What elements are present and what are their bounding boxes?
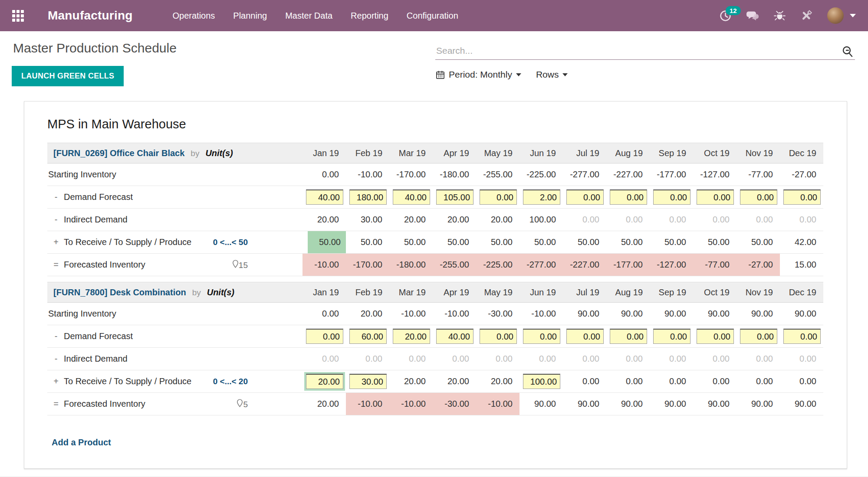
to-receive-cell-green: 50.00 [302, 231, 346, 253]
month-header-cell: Apr 19 [433, 143, 476, 163]
mps-row-forecasted-inventory: =Forecasted Inventory520.00-10.00-10.00-… [47, 393, 823, 415]
demand-forecast-input[interactable] [740, 329, 777, 344]
forecasted-inventory-cell: -10.00 [389, 393, 433, 415]
starting-inventory-cell: -225.00 [519, 163, 563, 186]
month-header-cell: Feb 19 [346, 143, 389, 163]
demand-forecast-input[interactable] [610, 329, 647, 344]
demand-forecast-input[interactable] [783, 329, 821, 344]
mps-table: [FURN_0269] Office Chair BlackbyUnit(s)J… [47, 143, 823, 415]
demand-forecast-input[interactable] [436, 329, 473, 344]
mps-row-indirect-demand: -Indirect Demand20.0030.0020.0020.0020.0… [47, 209, 823, 231]
demand-forecast-input[interactable] [393, 189, 430, 205]
row-meta: 0 <...< 50 [213, 238, 248, 247]
row-prefix-sign: - [52, 215, 60, 225]
demand-forecast-cell [736, 186, 780, 208]
nav-item-master-data[interactable]: Master Data [285, 11, 332, 21]
replenish-constraint[interactable]: 0 <...< 50 [213, 238, 248, 247]
indirect-demand-cell: 100.00 [519, 209, 563, 231]
starting-inventory-cell: -10.00 [433, 303, 476, 325]
mps-row-demand-forecast: -Demand Forecast [47, 186, 823, 209]
to-receive-input[interactable] [306, 374, 343, 389]
bug-icon[interactable] [774, 10, 786, 22]
row-prefix-sign: - [52, 192, 60, 202]
nav-item-reporting[interactable]: Reporting [351, 11, 388, 21]
to-receive-input[interactable] [523, 374, 560, 389]
messages-icon[interactable] [746, 10, 759, 22]
forecasted-inventory-cell: -225.00 [476, 254, 519, 276]
forecasted-inventory-cell: -77.00 [693, 254, 736, 276]
search-input[interactable] [435, 42, 855, 59]
month-header-cell: Feb 19 [346, 282, 389, 302]
pin-indicator: 15 [232, 260, 248, 270]
by-label: by [191, 149, 199, 158]
launch-green-cells-button[interactable]: LAUNCH GREEN CELLS [12, 66, 124, 86]
demand-forecast-input[interactable] [523, 329, 560, 344]
demand-forecast-cell [389, 186, 433, 208]
forecasted-inventory-cell: 90.00 [519, 393, 563, 415]
demand-forecast-input[interactable] [783, 189, 821, 205]
demand-forecast-input[interactable] [566, 189, 604, 205]
demand-forecast-cell [563, 325, 606, 347]
indirect-demand-cell: 0.00 [433, 348, 476, 370]
demand-forecast-input[interactable] [480, 189, 517, 205]
calendar-icon [436, 70, 445, 79]
forecasted-inventory-cell: -30.00 [433, 393, 476, 415]
add-product-link[interactable]: Add a Product [52, 438, 111, 448]
user-avatar[interactable] [827, 7, 844, 24]
to-receive-cell: 50.00 [346, 231, 389, 253]
period-dropdown[interactable]: Period: Monthly [436, 69, 521, 80]
month-header-cell: May 19 [476, 143, 519, 163]
row-meta: 5 [237, 399, 248, 409]
rows-dropdown[interactable]: Rows [536, 69, 568, 80]
demand-forecast-input[interactable] [697, 329, 734, 344]
row-label-text: Starting Inventory [48, 309, 116, 319]
to-receive-cell: 50.00 [476, 231, 519, 253]
to-receive-cell: 0.00 [780, 370, 823, 392]
demand-forecast-input[interactable] [480, 329, 517, 344]
month-header-cell: Mar 19 [389, 282, 433, 302]
apps-grid-icon[interactable] [12, 10, 24, 22]
product-link[interactable]: [FURN_7800] Desk Combination [53, 288, 186, 297]
tools-icon[interactable] [800, 10, 812, 22]
month-header-cell: Jul 19 [563, 143, 606, 163]
demand-forecast-input[interactable] [436, 189, 473, 205]
search-icon[interactable] [841, 45, 854, 60]
to-receive-cell: 0.00 [693, 370, 736, 392]
nav-item-operations[interactable]: Operations [172, 11, 215, 21]
demand-forecast-input[interactable] [653, 329, 690, 344]
indirect-demand-cell: 0.00 [606, 348, 650, 370]
demand-forecast-input[interactable] [306, 189, 343, 205]
demand-forecast-input[interactable] [349, 189, 387, 205]
mps-row-label: Starting Inventory [47, 163, 302, 186]
replenish-constraint[interactable]: 0 <...< 20 [213, 377, 248, 386]
mps-row-forecasted-inventory: =Forecasted Inventory15-10.00-170.00-180… [47, 254, 823, 276]
activities-clock-icon[interactable]: 12 [720, 10, 731, 22]
to-receive-input[interactable] [349, 374, 387, 389]
row-prefix-sign: = [52, 399, 60, 409]
demand-forecast-input[interactable] [610, 189, 647, 205]
product-link[interactable]: [FURN_0269] Office Chair Black [53, 148, 184, 158]
forecasted-inventory-cell: -177.00 [606, 254, 650, 276]
user-menu[interactable] [827, 7, 856, 24]
demand-forecast-input[interactable] [653, 189, 690, 205]
demand-forecast-input[interactable] [349, 329, 387, 344]
month-header-cell: Jun 19 [519, 143, 563, 163]
demand-forecast-input[interactable] [393, 329, 430, 344]
row-label-text: Indirect Demand [64, 354, 128, 364]
month-header-cell: Apr 19 [433, 282, 476, 302]
nav-item-planning[interactable]: Planning [233, 11, 267, 21]
demand-forecast-input[interactable] [740, 189, 777, 205]
indirect-demand-cell: 20.00 [302, 209, 346, 231]
demand-forecast-input[interactable] [566, 329, 604, 344]
demand-forecast-input[interactable] [523, 189, 560, 205]
nav-item-configuration[interactable]: Configuration [407, 11, 458, 21]
month-header-cell: Oct 19 [693, 143, 736, 163]
month-header-cell: Nov 19 [736, 143, 780, 163]
demand-forecast-input[interactable] [306, 329, 343, 344]
mps-card: MPS in Main Warehouse [FURN_0269] Office… [24, 101, 847, 469]
app-name[interactable]: Manufacturing [48, 9, 132, 23]
mps-warehouse-title: MPS in Main Warehouse [47, 117, 847, 131]
row-prefix-sign: - [52, 354, 60, 364]
demand-forecast-input[interactable] [697, 189, 734, 205]
forecasted-inventory-cell: 20.00 [302, 393, 346, 415]
